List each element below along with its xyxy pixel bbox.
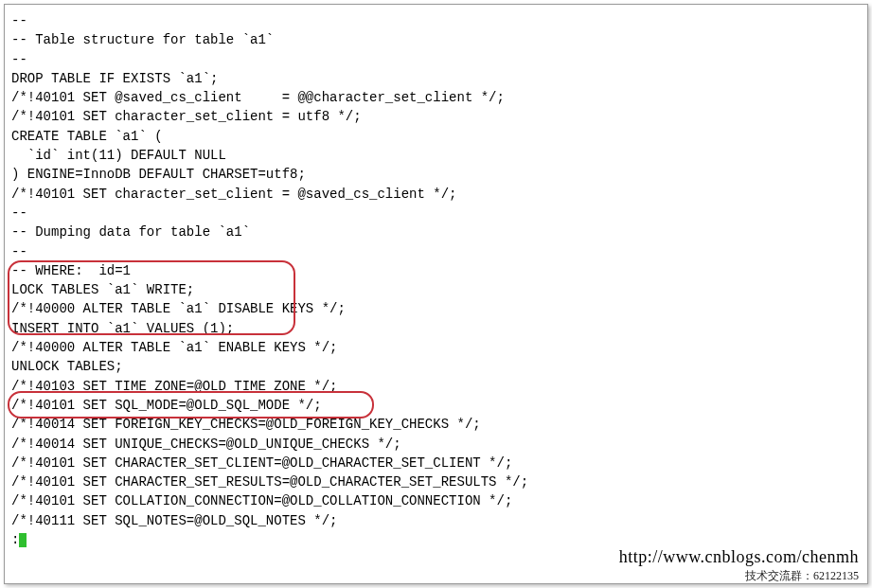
terminal-frame: -- -- Table structure for table `a1` -- … [0,0,872,588]
watermark-group: 技术交流群：62122135 [745,568,859,584]
code-line: `id` int(11) DEFAULT NULL [11,146,861,165]
code-line: /*!40014 SET FOREIGN_KEY_CHECKS=@OLD_FOR… [11,415,861,434]
code-line: -- [11,11,861,30]
code-line: /*!40101 SET @saved_cs_client = @@charac… [11,88,861,107]
prompt-line[interactable]: : [11,530,861,549]
code-line: /*!40000 ALTER TABLE `a1` ENABLE KEYS */… [11,338,861,357]
code-line: -- Dumping data for table `a1` [11,223,861,241]
code-line: -- WHERE: id=1 [11,261,861,280]
code-line: -- [11,204,861,223]
prompt-colon: : [11,530,19,549]
code-line: -- [11,242,861,261]
code-line: /*!40000 ALTER TABLE `a1` DISABLE KEYS *… [11,299,861,318]
code-line: LOCK TABLES `a1` WRITE; [11,280,861,299]
code-line: ) ENGINE=InnoDB DEFAULT CHARSET=utf8; [11,165,861,184]
code-line: INSERT INTO `a1` VALUES (1); [11,319,861,338]
code-line: /*!40111 SET SQL_NOTES=@OLD_SQL_NOTES */… [11,511,861,530]
sql-dump-content: -- -- Table structure for table `a1` -- … [0,8,872,557]
code-line: /*!40101 SET COLLATION_CONNECTION=@OLD_C… [11,491,861,510]
code-line: /*!40014 SET UNIQUE_CHECKS=@OLD_UNIQUE_C… [11,435,861,454]
code-line: /*!40101 SET SQL_MODE=@OLD_SQL_MODE */; [11,396,861,415]
code-line: /*!40101 SET character_set_client = @sav… [11,185,861,204]
code-line: /*!40101 SET CHARACTER_SET_CLIENT=@OLD_C… [11,454,861,472]
cursor-icon [19,533,27,547]
code-line: -- [11,50,861,69]
code-line: /*!40103 SET TIME_ZONE=@OLD_TIME_ZONE */… [11,377,861,396]
code-line: UNLOCK TABLES; [11,357,861,376]
code-line: /*!40101 SET character_set_client = utf8… [11,107,861,126]
code-line: /*!40101 SET CHARACTER_SET_RESULTS=@OLD_… [11,472,861,491]
code-line: CREATE TABLE `a1` ( [11,127,861,146]
code-line: -- Table structure for table `a1` [11,30,861,49]
code-line: DROP TABLE IF EXISTS `a1`; [11,69,861,88]
